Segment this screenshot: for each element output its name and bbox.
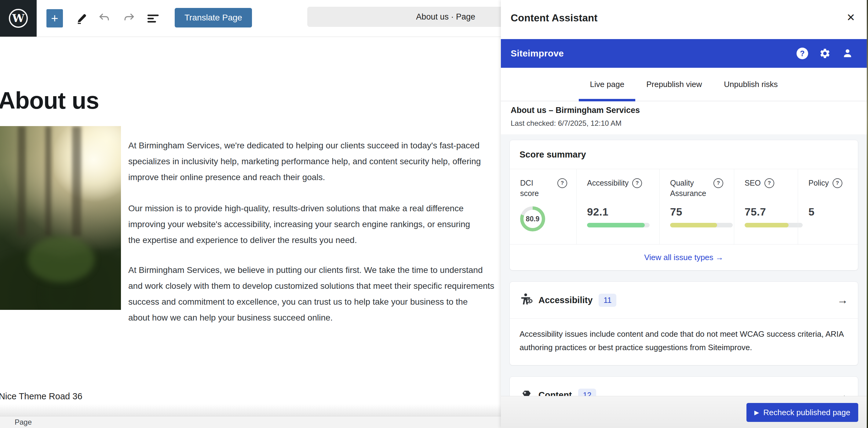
edit-tool-button[interactable] (74, 11, 89, 26)
issue-count-badge: 11 (599, 294, 616, 307)
content-assistant-panel: Content Assistant ✕ Siteimprove ? Live p… (501, 0, 867, 428)
tab-live-page[interactable]: Live page (579, 68, 635, 101)
document-bar[interactable]: About us · Page (307, 7, 521, 27)
help-icon[interactable]: ? (797, 47, 808, 59)
brand-name: Siteimprove (511, 48, 564, 59)
score-value: 5 (808, 206, 852, 218)
view-all-issue-types-link[interactable]: View all issue types → (644, 253, 723, 262)
document-bar-label: About us · Page (416, 7, 475, 27)
document-overview-button[interactable] (146, 11, 161, 26)
translate-page-button[interactable]: Translate Page (175, 8, 252, 28)
svg-text:W: W (12, 11, 25, 25)
score-col-quality-assurance: Quality Assurance ? 75 (659, 169, 734, 244)
checked-page-title: About us – Birmingham Services (511, 106, 640, 115)
score-label: Accessibility (587, 178, 628, 188)
score-label: Policy (808, 178, 829, 188)
score-bar-fill (745, 223, 788, 227)
dci-score-value: 80.9 (520, 206, 545, 231)
panel-body: Score summary DCI score ? 80.9 Accessibi… (501, 134, 867, 428)
score-col-policy: Policy ? 5 (798, 169, 858, 244)
score-label: Quality Assurance (670, 178, 710, 198)
wordpress-logo[interactable]: W (0, 0, 37, 37)
tab-prepublish-view[interactable]: Prepublish view (635, 68, 713, 101)
pencil-icon (76, 12, 88, 25)
help-icon[interactable]: ? (833, 178, 842, 188)
siteimprove-brand-bar: Siteimprove ? (501, 39, 867, 68)
last-checked-text: Last checked: 6/7/2025, 12:10 AM (511, 119, 622, 128)
tree-trunk (18, 126, 26, 236)
help-icon[interactable]: ? (632, 178, 642, 188)
score-col-seo: SEO ? 75.7 (734, 169, 798, 244)
panel-tabs: Live page Prepublish view Unpublish risk… (501, 68, 867, 101)
undo-icon (98, 11, 111, 25)
score-col-dci: DCI score ? 80.9 (510, 169, 576, 244)
recheck-published-page-button[interactable]: ▶ Recheck published page (746, 403, 858, 422)
score-label: DCI score (520, 178, 554, 198)
redo-icon (122, 11, 135, 25)
address-text-block[interactable]: Nice Theme Road 36 (0, 391, 83, 401)
list-view-icon (147, 12, 160, 25)
tab-unpublish-risks[interactable]: Unpublish risks (713, 68, 788, 101)
recheck-button-label: Recheck published page (763, 408, 850, 417)
fern-foliage (28, 237, 95, 283)
score-summary-card: Score summary DCI score ? 80.9 Accessibi… (509, 140, 858, 270)
score-col-accessibility: Accessibility ? 92.1 (576, 169, 659, 244)
help-icon[interactable]: ? (713, 178, 723, 188)
tree-trunk (72, 126, 81, 236)
close-icon[interactable]: ✕ (847, 12, 856, 23)
block-inserter-button[interactable]: + (46, 9, 63, 28)
accessibility-card-header[interactable]: Accessibility 11 → (510, 282, 858, 319)
help-icon[interactable]: ? (765, 178, 774, 188)
breadcrumb[interactable]: Page (15, 417, 32, 428)
redo-button[interactable] (122, 11, 136, 26)
sunlight-glow (54, 126, 121, 205)
settings-gear-icon[interactable] (819, 47, 831, 59)
wordpress-icon: W (8, 8, 28, 28)
score-bar-fill (587, 223, 645, 227)
score-summary-footer: View all issue types → (510, 244, 858, 270)
accessibility-person-icon (520, 293, 533, 307)
tree-trunk (45, 126, 51, 236)
score-bar-track (587, 223, 650, 227)
forest-image[interactable] (0, 126, 121, 310)
page-title[interactable]: About us (0, 87, 99, 114)
panel-header: Content Assistant ✕ (501, 0, 867, 39)
panel-footer: ▶ Recheck published page (501, 396, 867, 428)
accessibility-card: Accessibility 11 → Accessibility issues … (509, 282, 858, 365)
score-bar-track (745, 223, 803, 227)
help-icon[interactable]: ? (557, 178, 567, 188)
dci-score-gauge: 80.9 (520, 206, 545, 231)
score-value: 92.1 (587, 206, 653, 218)
play-icon: ▶ (754, 409, 759, 416)
score-bar-track (670, 223, 733, 227)
checked-page-info: About us – Birmingham Services Last chec… (501, 101, 867, 134)
score-value: 75.7 (745, 206, 792, 218)
panel-title: Content Assistant (511, 12, 598, 24)
accessibility-description: Accessibility issues include content and… (510, 319, 858, 365)
score-summary-title: Score summary (510, 140, 858, 169)
score-bar-fill (670, 223, 717, 227)
background-page-edge (867, 0, 868, 428)
score-columns: DCI score ? 80.9 Accessibility ? 92.1 (510, 169, 858, 244)
score-label: SEO (745, 178, 761, 188)
account-person-icon[interactable] (842, 47, 853, 59)
score-value: 75 (670, 206, 728, 218)
undo-button[interactable] (97, 11, 112, 26)
card-title: Accessibility (538, 295, 592, 305)
arrow-right-icon[interactable]: → (837, 294, 848, 306)
